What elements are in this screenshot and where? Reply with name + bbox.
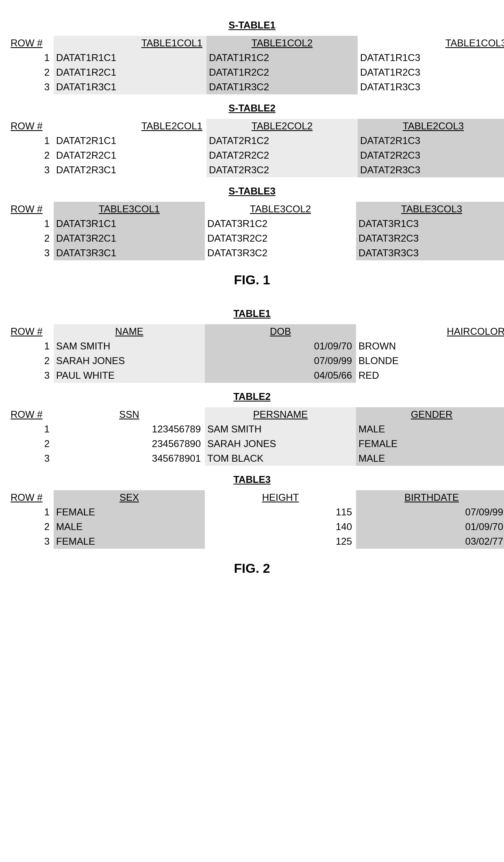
column-header: SEX [54, 490, 205, 505]
column-header: TABLE2COL3 [358, 119, 504, 133]
row-number: 1 [8, 216, 54, 231]
table-row: 2DATAT2R2C1DATAT2R2C2DATAT2R2C3 [8, 148, 504, 163]
table-cell: 345678901 [54, 451, 205, 466]
table-cell: DATAT3R3C3 [356, 246, 504, 260]
column-header: NAME [54, 324, 205, 339]
table-header-row: ROW #TABLE1COL1TABLE1COL2TABLE1COL3 [8, 36, 504, 50]
data-table: ROW #SSNPERSNAMEGENDER1123456789SAM SMIT… [8, 407, 504, 466]
table-title: TABLE1 [8, 308, 496, 319]
row-number-header: ROW # [8, 407, 54, 422]
table-cell: DATAT2R1C3 [358, 133, 504, 148]
row-number: 3 [8, 368, 54, 383]
row-number: 1 [8, 50, 54, 65]
table-title: TABLE3 [8, 474, 496, 485]
row-number: 1 [8, 422, 54, 436]
row-number: 3 [8, 534, 54, 549]
column-header: GENDER [356, 407, 504, 422]
column-header: TABLE1COL1 [54, 36, 206, 50]
table-cell: DATAT2R1C1 [54, 133, 206, 148]
column-header: HAIRCOLOR [356, 324, 504, 339]
column-header: TABLE2COL1 [54, 119, 206, 133]
column-header: BIRTHDATE [356, 490, 504, 505]
table-row: 3DATAT1R3C1DATAT1R3C2DATAT1R3C3 [8, 80, 504, 94]
table-cell: DATAT2R1C2 [206, 133, 358, 148]
table-cell: DATAT1R2C2 [206, 65, 358, 80]
table-cell: DATAT1R1C3 [358, 50, 504, 65]
table-row: 1SAM SMITH01/09/70BROWN [8, 339, 504, 354]
row-number: 3 [8, 246, 54, 260]
table-cell: 03/02/77 [356, 534, 504, 549]
table-cell: DATAT3R1C3 [356, 216, 504, 231]
column-header: PERSNAME [205, 407, 356, 422]
row-number-header: ROW # [8, 36, 54, 50]
table-cell: 115 [205, 505, 356, 519]
column-header: TABLE3COL1 [54, 202, 205, 216]
table-cell: DATAT1R1C1 [54, 50, 206, 65]
table-cell: DATAT3R2C3 [356, 231, 504, 246]
table-cell: SARAH JONES [54, 354, 205, 368]
row-number: 1 [8, 339, 54, 354]
table-cell: FEMALE [54, 505, 205, 519]
row-number: 2 [8, 354, 54, 368]
table-cell: RED [356, 368, 504, 383]
row-number: 2 [8, 436, 54, 451]
table-cell: DATAT2R2C2 [206, 148, 358, 163]
table-cell: DATAT2R3C3 [358, 163, 504, 177]
table-cell: DATAT3R2C1 [54, 231, 205, 246]
table-cell: 234567890 [54, 436, 205, 451]
table-row: 3345678901TOM BLACKMALE [8, 451, 504, 466]
table-header-row: ROW #SSNPERSNAMEGENDER [8, 407, 504, 422]
table-row: 2DATAT3R2C1DATAT3R2C2DATAT3R2C3 [8, 231, 504, 246]
column-header: SSN [54, 407, 205, 422]
table-header-row: ROW #TABLE3COL1TABLE3COL2TABLE3COL3 [8, 202, 504, 216]
table-row: 2SARAH JONES07/09/99BLONDE [8, 354, 504, 368]
data-table: ROW #NAMEDOBHAIRCOLOR1SAM SMITH01/09/70B… [8, 324, 504, 383]
row-number: 3 [8, 451, 54, 466]
table-cell: DATAT1R3C2 [206, 80, 358, 94]
table-cell: 140 [205, 519, 356, 534]
table-row: 3DATAT3R3C1DATAT3R3C2DATAT3R3C3 [8, 246, 504, 260]
table-cell: DATAT2R2C1 [54, 148, 206, 163]
table-title: S-TABLE3 [8, 185, 496, 197]
table-cell: DATAT1R1C2 [206, 50, 358, 65]
row-number: 2 [8, 65, 54, 80]
table-cell: SARAH JONES [205, 436, 356, 451]
column-header: TABLE2COL2 [206, 119, 358, 133]
column-header: TABLE1COL2 [206, 36, 358, 50]
row-number: 3 [8, 163, 54, 177]
table-cell: 125 [205, 534, 356, 549]
table-cell: DATAT1R2C1 [54, 65, 206, 80]
table-cell: DATAT1R3C1 [54, 80, 206, 94]
table-row: 2DATAT1R2C1DATAT1R2C2DATAT1R2C3 [8, 65, 504, 80]
table-header-row: ROW #SEXHEIGHTBIRTHDATE [8, 490, 504, 505]
figure-caption: FIG. 2 [8, 561, 496, 576]
table-cell: FEMALE [54, 534, 205, 549]
table-row: 3PAUL WHITE04/05/66RED [8, 368, 504, 383]
table-cell: DATAT3R1C1 [54, 216, 205, 231]
data-table: ROW #TABLE2COL1TABLE2COL2TABLE2COL31DATA… [8, 119, 504, 177]
row-number-header: ROW # [8, 324, 54, 339]
row-number: 1 [8, 133, 54, 148]
table-cell: MALE [54, 519, 205, 534]
table-row: 1DATAT1R1C1DATAT1R1C2DATAT1R1C3 [8, 50, 504, 65]
column-header: TABLE3COL3 [356, 202, 504, 216]
table-row: 1DATAT2R1C1DATAT2R1C2DATAT2R1C3 [8, 133, 504, 148]
table-cell: DATAT3R3C2 [205, 246, 356, 260]
table-row: 1DATAT3R1C1DATAT3R1C2DATAT3R1C3 [8, 216, 504, 231]
table-row: 3DATAT2R3C1DATAT2R3C2DATAT2R3C3 [8, 163, 504, 177]
figure-caption: FIG. 1 [8, 273, 496, 288]
table-cell: BROWN [356, 339, 504, 354]
row-number: 2 [8, 148, 54, 163]
table-cell: FEMALE [356, 436, 504, 451]
table-cell: DATAT2R2C3 [358, 148, 504, 163]
column-header: TABLE3COL2 [205, 202, 356, 216]
table-cell: DATAT3R1C2 [205, 216, 356, 231]
table-title: S-TABLE1 [8, 20, 496, 31]
table-cell: DATAT3R3C1 [54, 246, 205, 260]
table-cell: TOM BLACK [205, 451, 356, 466]
table-cell: 01/09/70 [205, 339, 356, 354]
table-cell: BLONDE [356, 354, 504, 368]
row-number: 1 [8, 505, 54, 519]
row-number: 2 [8, 519, 54, 534]
table-cell: DATAT2R3C2 [206, 163, 358, 177]
